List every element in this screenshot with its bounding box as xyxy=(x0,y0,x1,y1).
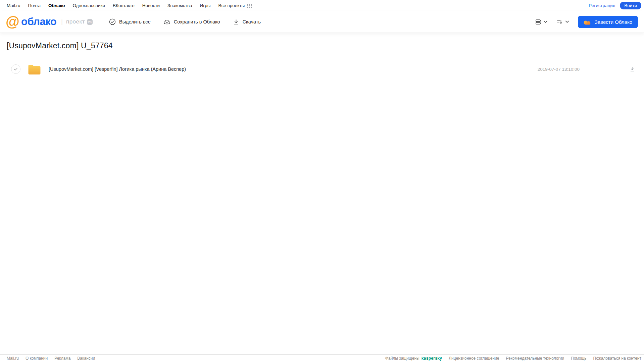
orange-cloud-icon xyxy=(584,19,592,25)
footer-license-link[interactable]: Лицензионное соглашение xyxy=(449,356,499,361)
nav-odnoklassniki[interactable]: Одноклассники xyxy=(72,3,105,8)
cloud-upload-icon xyxy=(163,18,170,25)
portal-nav: Mail.ru Почта Облако Одноклассники ВКонт… xyxy=(0,0,644,11)
chevron-down-icon xyxy=(565,20,569,23)
check-circle-icon xyxy=(109,18,116,25)
file-listing: [UsupovMarket.com] U_57764 [UsupovMarket… xyxy=(0,33,644,354)
login-button[interactable]: Войти xyxy=(620,2,641,10)
cloud-header: @ облако | проект VK Выделить все xyxy=(0,11,644,33)
folder-icon xyxy=(28,64,41,75)
page-title: [UsupovMarket.com] U_57764 xyxy=(7,41,644,50)
portal-nav-auth: Регистрация Войти xyxy=(589,2,641,10)
footer-right-links: Файлы защищены kaspersky Лицензионное со… xyxy=(385,356,641,361)
portal-nav-links: Mail.ru Почта Облако Одноклассники ВКонт… xyxy=(7,3,252,8)
nav-igry[interactable]: Игры xyxy=(200,3,211,8)
footer-mailru-link[interactable]: Mail.ru xyxy=(7,356,19,361)
get-cloud-label: Завести Облако xyxy=(595,19,632,24)
project-label: проект xyxy=(66,18,85,25)
download-label: Скачать xyxy=(243,19,261,24)
download-icon xyxy=(233,19,239,25)
sort-icon xyxy=(556,19,563,25)
footer-help-link[interactable]: Помощь xyxy=(571,356,586,361)
logo-divider: | xyxy=(61,18,63,25)
nav-novosti[interactable]: Новости xyxy=(142,3,160,8)
list-view-icon xyxy=(535,19,541,25)
select-all-label: Выделить все xyxy=(119,19,151,24)
cloud-logo-text: облако xyxy=(21,16,56,28)
page-footer: Mail.ru О компании Реклама Вакансии Файл… xyxy=(0,354,644,362)
nav-mailru[interactable]: Mail.ru xyxy=(7,3,20,8)
register-link[interactable]: Регистрация xyxy=(589,3,615,8)
check-icon xyxy=(13,67,18,71)
footer-ads-link[interactable]: Реклама xyxy=(54,356,70,361)
row-download-icon[interactable] xyxy=(629,66,635,72)
chevron-down-icon xyxy=(544,20,548,23)
sort-dropdown[interactable] xyxy=(556,19,569,25)
kaspersky-logo: kaspersky xyxy=(422,356,442,361)
footer-about-link[interactable]: О компании xyxy=(26,356,48,361)
header-right-controls: Завести Облако xyxy=(535,16,638,28)
select-all-button[interactable]: Выделить все xyxy=(109,18,151,25)
file-date: 2019-07-07 13:10:00 xyxy=(538,67,580,72)
protected-label: Файлы защищены xyxy=(385,356,419,361)
nav-znakomstva[interactable]: Знакомства xyxy=(167,3,192,8)
footer-recommendations-link[interactable]: Рекомендательные технологии xyxy=(506,356,564,361)
vk-badge-icon: VK xyxy=(87,19,93,25)
file-name-link[interactable]: [UsupovMarket.com] [Vesperfin] Логика ры… xyxy=(49,66,186,72)
footer-left-links: Mail.ru О компании Реклама Вакансии xyxy=(7,356,95,361)
view-mode-dropdown[interactable] xyxy=(535,19,548,25)
file-row[interactable]: [UsupovMarket.com] [Vesperfin] Логика ры… xyxy=(7,60,644,78)
cloud-logo[interactable]: @ облако | проект VK xyxy=(6,15,109,29)
save-to-cloud-button[interactable]: Сохранить в Облако xyxy=(163,18,220,25)
download-button[interactable]: Скачать xyxy=(233,19,261,25)
file-toolbar: Выделить все Сохранить в Облако Скачат xyxy=(109,18,261,25)
nav-vse-proekty[interactable]: Все проекты xyxy=(218,3,245,8)
footer-report-link[interactable]: Пожаловаться на контент xyxy=(593,356,641,361)
nav-pochta[interactable]: Почта xyxy=(28,3,41,8)
apps-grid-icon[interactable] xyxy=(247,4,252,8)
footer-jobs-link[interactable]: Вакансии xyxy=(77,356,95,361)
kaspersky-protection: Файлы защищены kaspersky xyxy=(385,356,442,361)
get-cloud-button[interactable]: Завести Облако xyxy=(578,16,638,28)
nav-vkontakte[interactable]: ВКонтакте xyxy=(113,3,135,8)
nav-oblako[interactable]: Облако xyxy=(48,3,65,8)
row-checkbox[interactable] xyxy=(11,64,20,74)
save-to-cloud-label: Сохранить в Облако xyxy=(174,19,220,24)
mailru-at-icon: @ xyxy=(6,15,19,29)
